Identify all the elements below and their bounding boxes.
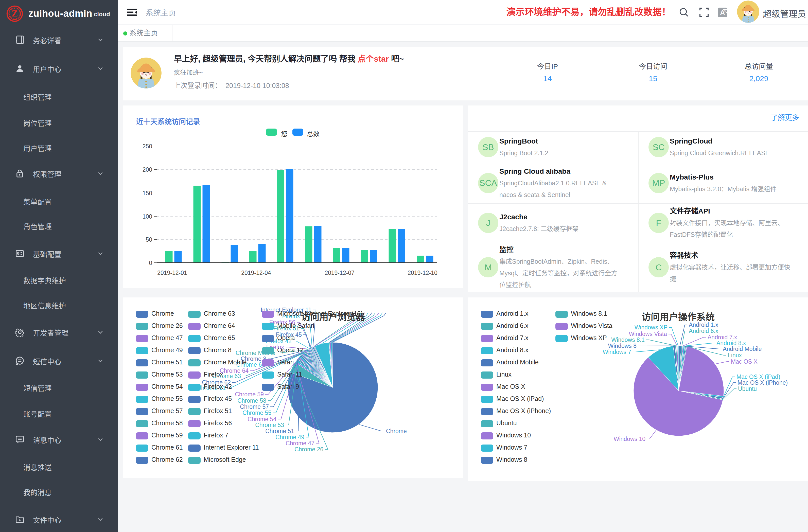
svg-text:Chrome 47: Chrome 47: [286, 440, 314, 446]
svg-text:Chrome 26: Chrome 26: [294, 446, 323, 453]
svg-text:Windows 8: Windows 8: [608, 343, 637, 349]
svg-text:250: 250: [143, 143, 152, 150]
svg-text:Windows 8.1: Windows 8.1: [611, 336, 645, 343]
svg-text:100: 100: [143, 213, 152, 220]
svg-text:Chrome: Chrome: [386, 428, 407, 434]
svg-text:Chrome 57: Chrome 57: [240, 403, 269, 410]
svg-text:200: 200: [143, 166, 152, 173]
svg-text:Chrome 55: Chrome 55: [242, 409, 271, 416]
svg-text:Chrome 58: Chrome 58: [237, 397, 266, 404]
svg-text:Windows XP: Windows XP: [635, 324, 667, 331]
svg-text:Mac OS X: Mac OS X: [731, 358, 757, 365]
svg-text:Mac OS X (iPhone): Mac OS X (iPhone): [737, 379, 788, 386]
svg-text:Windows 10: Windows 10: [614, 436, 645, 442]
svg-text:0: 0: [149, 260, 152, 266]
svg-text:150: 150: [143, 190, 152, 197]
svg-text:2019-12-01: 2019-12-01: [157, 270, 187, 276]
svg-text:2019-12-04: 2019-12-04: [241, 270, 271, 276]
svg-text:Z: Z: [12, 8, 18, 19]
svg-text:Ubuntu: Ubuntu: [738, 385, 757, 392]
svg-text:Chrome 51: Chrome 51: [265, 428, 294, 434]
svg-text:2019-12-10: 2019-12-10: [407, 270, 438, 276]
svg-text:50: 50: [146, 236, 152, 243]
svg-text:Chrome 49: Chrome 49: [275, 434, 304, 440]
svg-text:2019-12-07: 2019-12-07: [325, 270, 354, 276]
svg-text:Android Mobile: Android Mobile: [723, 346, 761, 352]
svg-text:Chrome 59: Chrome 59: [235, 391, 264, 398]
svg-text:Linux: Linux: [728, 352, 742, 359]
svg-text:Chrome 53: Chrome 53: [255, 422, 284, 428]
svg-text:Windows 7: Windows 7: [603, 349, 631, 355]
svg-text:Android 6.x: Android 6.x: [689, 328, 718, 334]
